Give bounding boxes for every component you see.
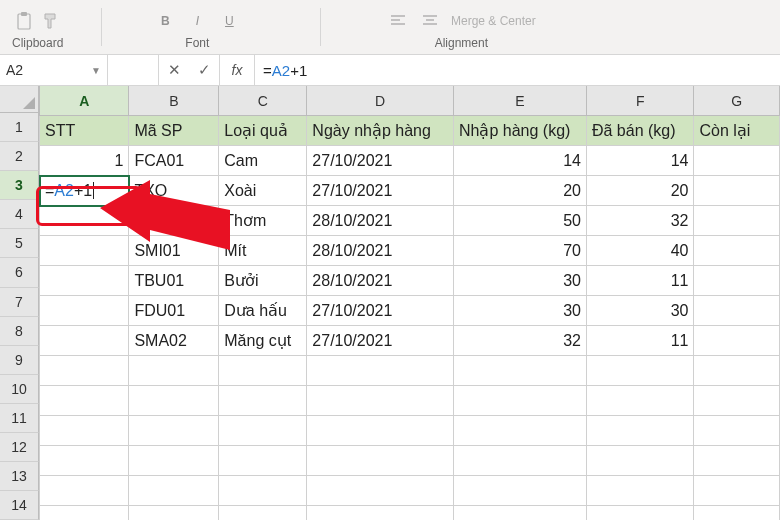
cell[interactable]: STH: [129, 206, 219, 236]
cell[interactable]: [307, 476, 454, 506]
cell[interactable]: Dưa hấu: [219, 296, 307, 326]
cell[interactable]: 50: [454, 206, 587, 236]
column-header[interactable]: F: [586, 86, 694, 116]
cell[interactable]: [454, 356, 587, 386]
cell[interactable]: [129, 476, 219, 506]
cell[interactable]: [219, 416, 307, 446]
column-header[interactable]: A: [40, 86, 129, 116]
cell[interactable]: TXO: [129, 176, 219, 206]
table-header-cell[interactable]: STT: [40, 116, 129, 146]
cell[interactable]: [694, 296, 780, 326]
cell[interactable]: [129, 386, 219, 416]
format-painter-icon[interactable]: [41, 10, 63, 32]
cell[interactable]: [694, 176, 780, 206]
row-header[interactable]: 1: [0, 113, 39, 142]
cell[interactable]: [586, 506, 694, 521]
cell[interactable]: 30: [586, 296, 694, 326]
cell[interactable]: Xoài: [219, 176, 307, 206]
cell[interactable]: [307, 506, 454, 521]
table-header-cell[interactable]: Còn lại: [694, 116, 780, 146]
cell[interactable]: [694, 326, 780, 356]
cell[interactable]: Thơm: [219, 206, 307, 236]
cell[interactable]: [40, 326, 129, 356]
row-header[interactable]: 10: [0, 375, 39, 404]
table-header-cell[interactable]: Đã bán (kg): [586, 116, 694, 146]
align-center-icon[interactable]: [419, 10, 441, 32]
cell[interactable]: [129, 506, 219, 521]
row-header[interactable]: 14: [0, 491, 39, 520]
cell[interactable]: [40, 416, 129, 446]
cell[interactable]: [219, 476, 307, 506]
fx-label[interactable]: fx: [220, 55, 255, 85]
align-left-icon[interactable]: [387, 10, 409, 32]
cell[interactable]: [586, 356, 694, 386]
cell[interactable]: [40, 296, 129, 326]
cell[interactable]: [586, 416, 694, 446]
cell[interactable]: 11: [586, 266, 694, 296]
cell[interactable]: [40, 206, 129, 236]
cell[interactable]: [454, 386, 587, 416]
cell[interactable]: [40, 266, 129, 296]
cell[interactable]: [40, 236, 129, 266]
row-header[interactable]: 2: [0, 142, 39, 171]
cell[interactable]: 28/10/2021: [307, 236, 454, 266]
bold-icon[interactable]: B: [154, 10, 176, 32]
column-header[interactable]: D: [307, 86, 454, 116]
cell[interactable]: 70: [454, 236, 587, 266]
cell[interactable]: 28/10/2021: [307, 206, 454, 236]
cell[interactable]: SMA02: [129, 326, 219, 356]
cell[interactable]: [40, 506, 129, 521]
row-header[interactable]: 9: [0, 346, 39, 375]
cell[interactable]: [40, 476, 129, 506]
row-header[interactable]: 11: [0, 404, 39, 433]
formula-bar-input[interactable]: =A2+1: [255, 55, 780, 85]
cell[interactable]: [454, 476, 587, 506]
cell[interactable]: [40, 446, 129, 476]
cell[interactable]: 27/10/2021: [307, 326, 454, 356]
italic-icon[interactable]: I: [186, 10, 208, 32]
row-header[interactable]: 5: [0, 229, 39, 258]
cell[interactable]: Bưởi: [219, 266, 307, 296]
row-header[interactable]: 8: [0, 317, 39, 346]
cell[interactable]: 40: [586, 236, 694, 266]
column-header[interactable]: C: [219, 86, 307, 116]
cell[interactable]: [694, 416, 780, 446]
cell[interactable]: [307, 356, 454, 386]
cell[interactable]: [694, 206, 780, 236]
cell[interactable]: Măng cụt: [219, 326, 307, 356]
cell[interactable]: 30: [454, 266, 587, 296]
merge-center-icon[interactable]: Merge & Center: [451, 10, 536, 32]
cell[interactable]: [307, 446, 454, 476]
column-header[interactable]: E: [454, 86, 587, 116]
row-header[interactable]: 3: [0, 171, 39, 200]
clipboard-icon[interactable]: [13, 10, 35, 32]
cell[interactable]: 32: [454, 326, 587, 356]
name-box[interactable]: A2 ▼: [0, 55, 108, 85]
cell[interactable]: 1: [40, 146, 129, 176]
cell[interactable]: [219, 446, 307, 476]
cell[interactable]: [219, 356, 307, 386]
cell[interactable]: 27/10/2021: [307, 176, 454, 206]
enter-formula-button[interactable]: ✓: [189, 61, 219, 79]
row-header[interactable]: 6: [0, 258, 39, 287]
column-header[interactable]: G: [694, 86, 780, 116]
cell[interactable]: FDU01: [129, 296, 219, 326]
cell[interactable]: [694, 356, 780, 386]
table-header-cell[interactable]: Ngày nhập hàng: [307, 116, 454, 146]
cell[interactable]: [129, 446, 219, 476]
underline-icon[interactable]: U: [218, 10, 240, 32]
cell[interactable]: Cam: [219, 146, 307, 176]
cancel-formula-button[interactable]: ✕: [159, 61, 189, 79]
cell[interactable]: 30: [454, 296, 587, 326]
cell[interactable]: 14: [586, 146, 694, 176]
cell[interactable]: 14: [454, 146, 587, 176]
cell[interactable]: [40, 356, 129, 386]
cell[interactable]: [129, 416, 219, 446]
cell[interactable]: [586, 476, 694, 506]
row-header[interactable]: 4: [0, 200, 39, 229]
cell[interactable]: 11: [586, 326, 694, 356]
cell[interactable]: 28/10/2021: [307, 266, 454, 296]
cell[interactable]: [40, 386, 129, 416]
cell[interactable]: [586, 446, 694, 476]
grid[interactable]: ABCDEFGSTTMã SPLoại quảNgày nhập hàngNhậ…: [39, 86, 780, 520]
